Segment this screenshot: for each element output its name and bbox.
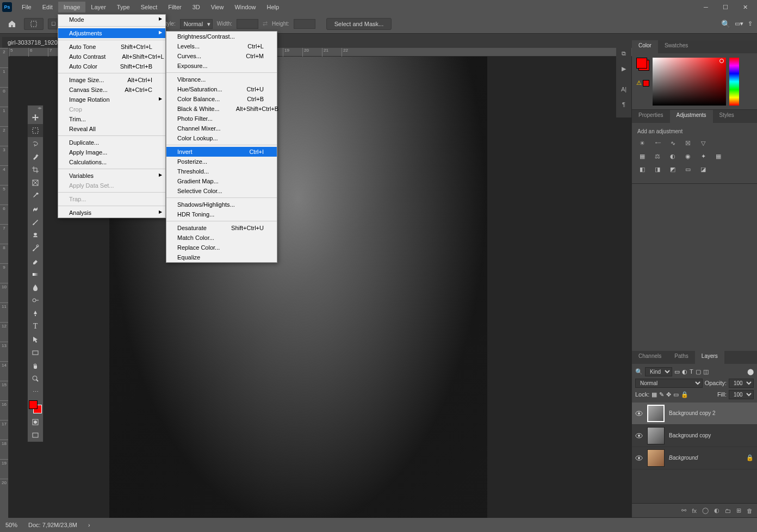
rectangle-tool[interactable] bbox=[28, 346, 43, 359]
layer-row[interactable]: Background🔒 bbox=[632, 447, 757, 469]
lock-pixels-icon[interactable]: ✎ bbox=[659, 391, 664, 398]
color-swatches[interactable] bbox=[29, 400, 42, 413]
lock-artboard-icon[interactable]: ▭ bbox=[673, 391, 679, 398]
menu-item-photo-filter[interactable]: Photo Filter... bbox=[166, 114, 277, 123]
toolbox-grip[interactable]: ◂▸ bbox=[28, 106, 43, 111]
menu-item-calculations[interactable]: Calculations... bbox=[58, 157, 165, 167]
layer-thumbnail[interactable] bbox=[647, 449, 665, 467]
menu-item-analysis[interactable]: Analysis▶ bbox=[58, 208, 165, 218]
opacity-input[interactable]: 100% bbox=[729, 379, 754, 388]
filter-smart-icon[interactable]: ◫ bbox=[703, 368, 709, 375]
menu-window[interactable]: Window bbox=[229, 2, 261, 13]
menu-item-color-lookup[interactable]: Color Lookup... bbox=[166, 133, 277, 143]
path-selection-tool[interactable] bbox=[28, 333, 43, 346]
channels-tab[interactable]: Channels bbox=[632, 351, 668, 364]
menu-item-match-color[interactable]: Match Color... bbox=[166, 233, 277, 243]
menu-item-adjustments[interactable]: Adjustments▶ bbox=[58, 28, 165, 38]
select-and-mask-button[interactable]: Select and Mask... bbox=[326, 18, 392, 30]
actions-panel-icon[interactable]: ▶ bbox=[616, 61, 631, 76]
screen-mode[interactable] bbox=[28, 429, 43, 442]
menu-item-channel-mixer[interactable]: Channel Mixer... bbox=[166, 123, 277, 133]
search-icon[interactable]: 🔍 bbox=[721, 20, 730, 28]
adjustments-tab[interactable]: Adjustments bbox=[670, 110, 713, 123]
menu-file[interactable]: File bbox=[16, 2, 37, 13]
new-fill-icon[interactable]: ◐ bbox=[714, 507, 719, 514]
menu-type[interactable]: Type bbox=[111, 2, 135, 13]
height-input[interactable] bbox=[294, 19, 315, 29]
posterize-adj-icon[interactable]: ◨ bbox=[653, 165, 662, 174]
menu-item-posterize[interactable]: Posterize... bbox=[166, 157, 277, 166]
magic-wand-tool[interactable] bbox=[28, 150, 43, 163]
invert-adj-icon[interactable]: ◧ bbox=[637, 165, 647, 174]
history-panel-icon[interactable]: ⧉ bbox=[616, 46, 631, 61]
eyedropper-tool[interactable] bbox=[28, 189, 43, 202]
menu-item-variables[interactable]: Variables▶ bbox=[58, 171, 165, 181]
layer-visibility-icon[interactable] bbox=[635, 432, 643, 440]
menu-item-mode[interactable]: Mode▶ bbox=[58, 15, 165, 24]
filter-toggle[interactable]: ⬤ bbox=[747, 368, 754, 375]
threshold-adj-icon[interactable]: ◩ bbox=[668, 165, 678, 174]
paragraph-panel-icon[interactable]: ¶ bbox=[616, 97, 631, 112]
menu-item-gradient-map[interactable]: Gradient Map... bbox=[166, 176, 277, 186]
doc-info-arrow[interactable]: › bbox=[88, 522, 90, 528]
healing-brush-tool[interactable] bbox=[28, 202, 43, 215]
brush-tool[interactable] bbox=[28, 215, 43, 228]
styles-tab[interactable]: Styles bbox=[713, 110, 741, 123]
layer-visibility-icon[interactable] bbox=[635, 454, 643, 462]
workspace-icon[interactable]: ▭▾ bbox=[735, 20, 743, 27]
menu-item-brightness-contrast[interactable]: Brightness/Contrast... bbox=[166, 32, 277, 41]
levels-adj-icon[interactable]: ⬳ bbox=[653, 139, 662, 147]
zoom-level[interactable]: 50% bbox=[5, 522, 17, 528]
close-button[interactable]: ✕ bbox=[735, 0, 755, 14]
menu-item-canvas-size[interactable]: Canvas Size...Alt+Ctrl+C bbox=[58, 85, 165, 95]
menu-item-equalize[interactable]: Equalize bbox=[166, 252, 277, 262]
width-input[interactable] bbox=[237, 19, 258, 29]
hue-slider[interactable] bbox=[729, 58, 739, 106]
channel-mixer-adj-icon[interactable]: ✦ bbox=[698, 152, 708, 160]
home-icon[interactable] bbox=[4, 16, 20, 32]
edit-toolbar[interactable]: ⋯ bbox=[28, 385, 43, 398]
menu-item-auto-tone[interactable]: Auto ToneShift+Ctrl+L bbox=[58, 42, 165, 52]
menu-item-color-balance[interactable]: Color Balance...Ctrl+B bbox=[166, 94, 277, 104]
menu-item-image-rotation[interactable]: Image Rotation▶ bbox=[58, 95, 165, 104]
menu-edit[interactable]: Edit bbox=[37, 2, 58, 13]
menu-item-levels[interactable]: Levels...Ctrl+L bbox=[166, 41, 277, 51]
lock-position-icon[interactable]: ✥ bbox=[666, 391, 671, 398]
dodge-tool[interactable] bbox=[28, 294, 43, 307]
filter-type-icon[interactable]: T bbox=[690, 368, 693, 375]
filter-pixel-icon[interactable]: ▭ bbox=[674, 368, 680, 375]
menu-item-auto-color[interactable]: Auto ColorShift+Ctrl+B bbox=[58, 61, 165, 71]
eraser-tool[interactable] bbox=[28, 255, 43, 268]
panel-fg-color[interactable] bbox=[636, 58, 647, 69]
menu-view[interactable]: View bbox=[206, 2, 229, 13]
color-balance-adj-icon[interactable]: ⚖ bbox=[653, 152, 662, 160]
swatches-tab[interactable]: Swatches bbox=[658, 40, 694, 53]
layer-mask-icon[interactable]: ◯ bbox=[702, 507, 709, 514]
color-tab[interactable]: Color bbox=[632, 40, 658, 53]
swap-dimensions-icon[interactable]: ⇄ bbox=[263, 20, 268, 27]
gamut-swatch[interactable] bbox=[643, 80, 649, 86]
lookup-adj-icon[interactable]: ▦ bbox=[713, 152, 723, 160]
menu-item-auto-contrast[interactable]: Auto ContrastAlt+Shift+Ctrl+L bbox=[58, 52, 165, 61]
menu-help[interactable]: Help bbox=[262, 2, 285, 13]
menu-item-threshold[interactable]: Threshold... bbox=[166, 166, 277, 176]
share-icon[interactable]: ⇪ bbox=[748, 20, 753, 27]
bw-adj-icon[interactable]: ◐ bbox=[668, 152, 678, 160]
marquee-tool[interactable] bbox=[28, 124, 43, 137]
character-panel-icon[interactable]: A| bbox=[616, 82, 631, 97]
menu-item-trim[interactable]: Trim... bbox=[58, 114, 165, 124]
lasso-tool[interactable] bbox=[28, 137, 43, 150]
paths-tab[interactable]: Paths bbox=[668, 351, 695, 364]
selective-color-adj-icon[interactable]: ◪ bbox=[698, 165, 708, 174]
exposure-adj-icon[interactable]: ☒ bbox=[683, 139, 693, 147]
history-brush-tool[interactable] bbox=[28, 242, 43, 255]
layer-fx-icon[interactable]: fx bbox=[692, 508, 697, 514]
menu-layer[interactable]: Layer bbox=[85, 2, 111, 13]
menu-select[interactable]: Select bbox=[135, 2, 163, 13]
menu-item-replace-color[interactable]: Replace Color... bbox=[166, 243, 277, 252]
layer-thumbnail[interactable] bbox=[647, 405, 665, 422]
gradient-map-adj-icon[interactable]: ▭ bbox=[683, 165, 693, 174]
layer-thumbnail[interactable] bbox=[647, 427, 665, 444]
gradient-tool[interactable] bbox=[28, 268, 43, 281]
blend-mode-select[interactable]: Normal bbox=[635, 379, 703, 388]
